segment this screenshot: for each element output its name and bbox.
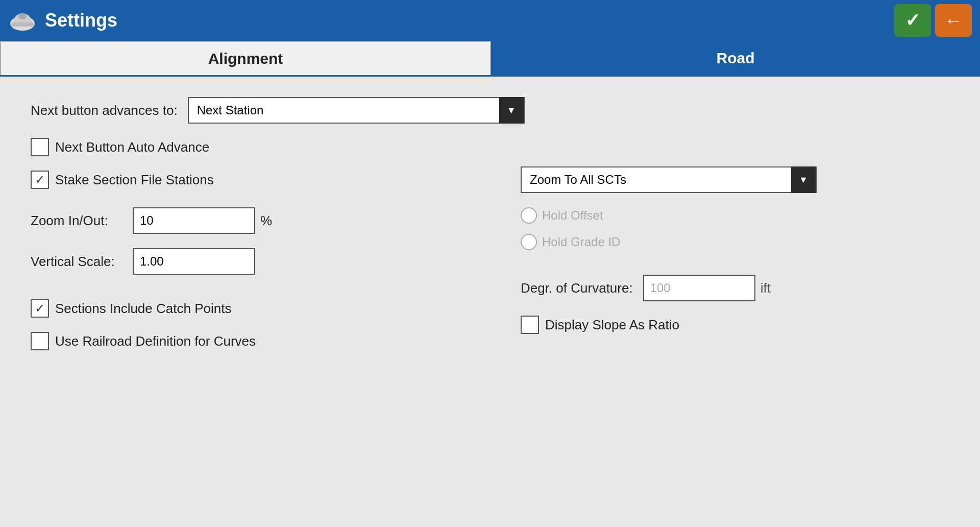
railroad-row[interactable]: Use Railroad Definition for Curves (31, 332, 490, 350)
back-button[interactable]: ← (935, 4, 972, 37)
stake-section-row[interactable]: ✓ Stake Section File Stations (31, 171, 490, 189)
zoom-label: Zoom In/Out: (31, 213, 122, 229)
page-title: Settings (45, 10, 894, 31)
zoom-input[interactable] (133, 207, 255, 234)
railroad-checkbox[interactable] (31, 332, 49, 350)
svg-point-2 (18, 13, 27, 19)
zoom-scts-row: Zoom To All SCTs (521, 166, 949, 193)
two-col-layout: Next Button Auto Advance ✓ Stake Section… (31, 138, 949, 366)
left-column: Next Button Auto Advance ✓ Stake Section… (31, 138, 490, 366)
catch-points-checkbox[interactable]: ✓ (31, 299, 49, 318)
next-button-dropdown-arrow[interactable] (499, 97, 524, 124)
svg-rect-1 (11, 22, 34, 27)
next-button-row: Next button advances to: Next Station (31, 97, 949, 124)
zoom-row: Zoom In/Out: % (31, 207, 490, 234)
auto-advance-label: Next Button Auto Advance (55, 139, 209, 155)
tab-road[interactable]: Road (491, 41, 980, 75)
hold-grade-radio[interactable] (521, 234, 537, 250)
zoom-unit: % (260, 213, 272, 229)
vertical-scale-label: Vertical Scale: (31, 254, 122, 270)
auto-advance-row[interactable]: Next Button Auto Advance (31, 138, 490, 156)
next-button-value: Next Station (189, 103, 499, 117)
degr-curvature-row: Degr. of Curvature: ift (521, 275, 949, 301)
zoom-scts-value: Zoom To All SCTs (522, 173, 791, 187)
next-button-dropdown[interactable]: Next Station (188, 97, 525, 124)
confirm-button[interactable]: ✓ (894, 4, 931, 37)
hold-grade-label: Hold Grade ID (542, 235, 620, 249)
header-actions: ✓ ← (894, 4, 972, 37)
degr-curvature-unit: ift (761, 280, 771, 296)
display-slope-checkbox[interactable] (521, 316, 539, 334)
settings-content: Next button advances to: Next Station Ne… (0, 77, 980, 527)
zoom-scts-dropdown-arrow[interactable] (791, 166, 816, 193)
display-slope-label: Display Slope As Ratio (545, 317, 679, 333)
zoom-scts-dropdown[interactable]: Zoom To All SCTs (521, 166, 817, 193)
railroad-label: Use Railroad Definition for Curves (55, 333, 256, 349)
tab-bar: Alignment Road (0, 41, 980, 77)
vertical-scale-row: Vertical Scale: (31, 248, 490, 275)
next-button-label: Next button advances to: (31, 103, 178, 118)
hold-grade-row[interactable]: Hold Grade ID (521, 234, 949, 250)
auto-advance-checkbox[interactable] (31, 138, 49, 156)
hold-offset-radio[interactable] (521, 207, 537, 224)
degr-curvature-input[interactable] (643, 275, 755, 301)
degr-curvature-label: Degr. of Curvature: (521, 280, 633, 296)
hold-offset-label: Hold Offset (542, 208, 603, 223)
right-column: Zoom To All SCTs Hold Offset Hold Grade … (490, 138, 949, 366)
display-slope-row[interactable]: Display Slope As Ratio (521, 316, 949, 334)
app-logo-icon (8, 6, 37, 35)
vertical-scale-input[interactable] (133, 248, 255, 275)
tab-alignment[interactable]: Alignment (0, 41, 491, 75)
header: Settings ✓ ← (0, 0, 980, 41)
stake-section-checkbox[interactable]: ✓ (31, 171, 49, 189)
stake-section-label: Stake Section File Stations (55, 172, 214, 188)
catch-points-row[interactable]: ✓ Sections Include Catch Points (31, 299, 490, 318)
catch-points-label: Sections Include Catch Points (55, 301, 231, 317)
hold-offset-row[interactable]: Hold Offset (521, 207, 949, 224)
